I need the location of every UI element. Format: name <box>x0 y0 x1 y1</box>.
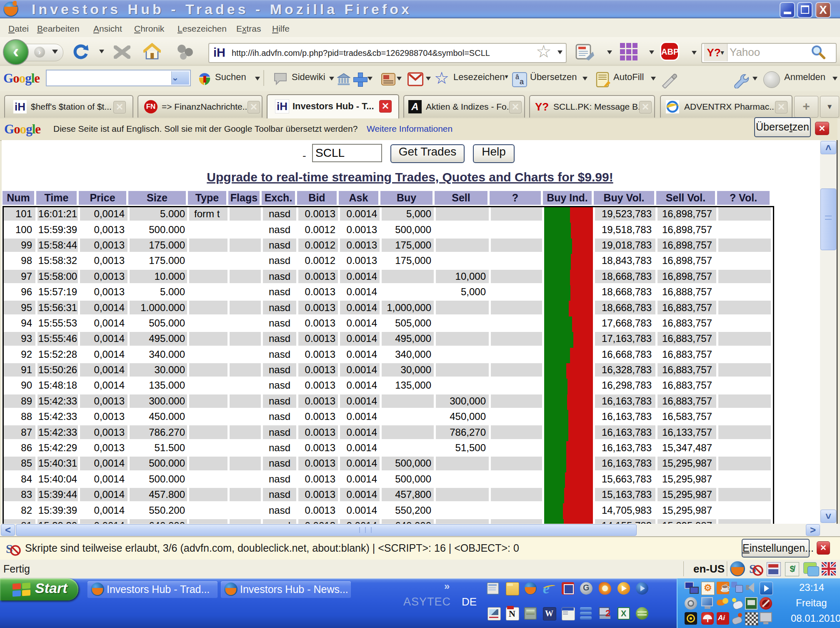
svg-text:a: a <box>520 78 524 86</box>
svg-text:â: â <box>515 73 519 80</box>
